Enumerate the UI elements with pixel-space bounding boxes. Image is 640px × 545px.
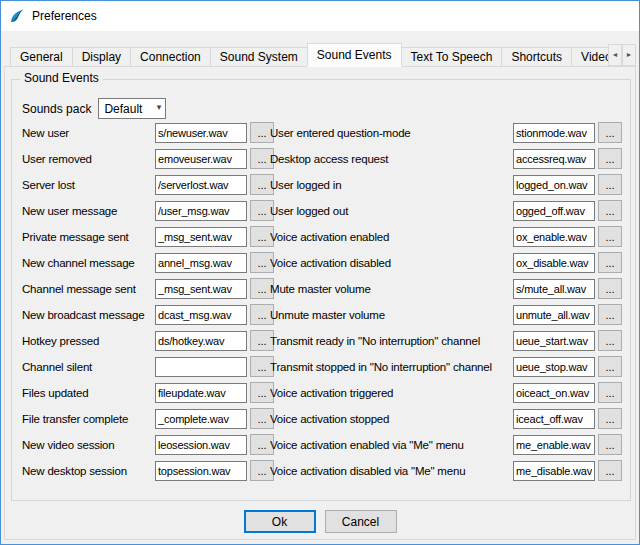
sound-file-input[interactable] [155, 461, 247, 481]
sound-events-groupbox: Sound Events Sounds pack Default ▾ New u… [11, 79, 631, 501]
browse-button[interactable]: ... [598, 174, 622, 195]
sound-event-label: User entered question-mode [270, 127, 513, 139]
sound-file-input[interactable] [513, 357, 595, 377]
sound-event-label: Voice activation disabled [270, 257, 513, 269]
sounds-pack-row: Sounds pack Default ▾ [22, 98, 166, 119]
sound-file-input[interactable] [513, 201, 595, 221]
tab-pane-sound-events: Sound Events Sounds pack Default ▾ New u… [4, 66, 636, 540]
title-bar[interactable]: Preferences [1, 1, 639, 31]
sounds-pack-select[interactable]: Default ▾ [98, 98, 166, 119]
table-row: Channel silent... [22, 356, 274, 377]
browse-button[interactable]: ... [598, 408, 622, 429]
browse-button[interactable]: ... [598, 382, 622, 403]
sound-file-input[interactable] [155, 435, 247, 455]
tab-connection[interactable]: Connection [130, 47, 211, 67]
tab-scroll-right-icon[interactable]: ► [622, 44, 636, 66]
sound-file-input[interactable] [155, 409, 247, 429]
browse-button[interactable]: ... [598, 226, 622, 247]
ok-button[interactable]: Ok [244, 510, 316, 533]
sound-event-label: Transmit stopped in "No interruption" ch… [270, 361, 513, 373]
app-icon [9, 8, 25, 24]
sound-file-input[interactable] [513, 461, 595, 481]
sound-event-label: Desktop access request [270, 153, 513, 165]
tab-scroll-left-icon[interactable]: ◄ [608, 44, 622, 66]
sound-file-input[interactable] [155, 331, 247, 351]
sound-file-input[interactable] [513, 227, 595, 247]
sound-file-input[interactable] [513, 383, 595, 403]
table-row: Desktop access request... [270, 148, 622, 169]
table-row: Server lost... [22, 174, 274, 195]
sound-event-label: New channel message [22, 257, 155, 269]
chevron-down-icon: ▾ [157, 102, 162, 112]
sound-file-input[interactable] [513, 149, 595, 169]
table-row: Voice activation enabled via "Me" menu..… [270, 434, 622, 455]
browse-button[interactable]: ... [598, 330, 622, 351]
table-row: User entered question-mode... [270, 122, 622, 143]
sound-events-right-column: User entered question-mode... Desktop ac… [270, 122, 622, 486]
table-row: New video session... [22, 434, 274, 455]
browse-button[interactable]: ... [598, 434, 622, 455]
sound-file-input[interactable] [513, 409, 595, 429]
browse-button[interactable]: ... [598, 460, 622, 481]
browse-button[interactable]: ... [598, 304, 622, 325]
table-row: User removed... [22, 148, 274, 169]
sound-event-label: Private message sent [22, 231, 155, 243]
browse-button[interactable]: ... [598, 148, 622, 169]
browse-button[interactable]: ... [598, 200, 622, 221]
sound-file-input[interactable] [155, 123, 247, 143]
table-row: New desktop session... [22, 460, 274, 481]
sound-file-input[interactable] [513, 435, 595, 455]
sound-file-input[interactable] [155, 227, 247, 247]
tab-text-to-speech[interactable]: Text To Speech [401, 47, 503, 67]
window-title: Preferences [32, 9, 97, 23]
sound-events-left-column: New user... User removed... Server lost.… [22, 122, 274, 486]
sound-file-input[interactable] [513, 123, 595, 143]
table-row: Voice activation stopped... [270, 408, 622, 429]
sound-file-input[interactable] [155, 201, 247, 221]
sound-event-label: Voice activation disabled via "Me" menu [270, 465, 513, 477]
table-row: Files updated... [22, 382, 274, 403]
sound-file-input[interactable] [513, 175, 595, 195]
browse-button[interactable]: ... [598, 122, 622, 143]
sound-file-input[interactable] [155, 383, 247, 403]
sound-event-label: New user [22, 127, 155, 139]
tab-scroll-buttons: ◄ ► [608, 44, 636, 66]
table-row: Mute master volume... [270, 278, 622, 299]
table-row: Private message sent... [22, 226, 274, 247]
sound-file-input[interactable] [513, 331, 595, 351]
sound-file-input[interactable] [155, 279, 247, 299]
sound-file-input[interactable] [513, 279, 595, 299]
table-row: New user... [22, 122, 274, 143]
tab-display[interactable]: Display [72, 47, 131, 67]
sound-file-input[interactable] [155, 175, 247, 195]
table-row: Hotkey pressed... [22, 330, 274, 351]
table-row: New user message... [22, 200, 274, 221]
sound-file-input[interactable] [155, 149, 247, 169]
sound-event-label: Voice activation stopped [270, 413, 513, 425]
preferences-dialog: Preferences General Display Connection S… [0, 0, 640, 545]
cancel-button[interactable]: Cancel [325, 510, 397, 533]
sound-event-label: User logged in [270, 179, 513, 191]
browse-button[interactable]: ... [598, 252, 622, 273]
browse-button[interactable]: ... [598, 278, 622, 299]
tab-general[interactable]: General [10, 47, 73, 67]
sound-file-input[interactable] [155, 305, 247, 325]
tab-sound-events[interactable]: Sound Events [307, 43, 402, 67]
sound-event-label: Unmute master volume [270, 309, 513, 321]
sound-file-input[interactable] [513, 305, 595, 325]
sounds-pack-label: Sounds pack [22, 102, 91, 116]
table-row: User logged in... [270, 174, 622, 195]
tab-bar: General Display Connection Sound System … [10, 43, 636, 67]
sound-file-input[interactable] [155, 253, 247, 273]
sound-event-label: Channel silent [22, 361, 155, 373]
browse-button[interactable]: ... [598, 356, 622, 377]
tab-sound-system[interactable]: Sound System [210, 47, 308, 67]
sound-event-label: Transmit ready in "No interruption" chan… [270, 335, 513, 347]
sound-file-input[interactable] [513, 253, 595, 273]
table-row: File transfer complete... [22, 408, 274, 429]
sound-event-label: Server lost [22, 179, 155, 191]
sound-event-label: User removed [22, 153, 155, 165]
table-row: User logged out... [270, 200, 622, 221]
tab-shortcuts[interactable]: Shortcuts [501, 47, 572, 67]
sound-file-input[interactable] [155, 357, 247, 377]
